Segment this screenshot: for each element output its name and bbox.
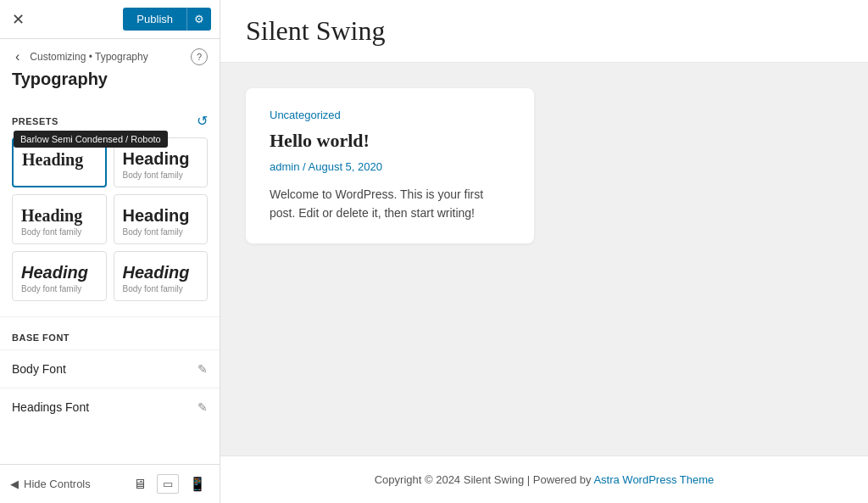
bottom-bar: ◀ Hide Controls 🖥 ▭ 📱 <box>0 464 220 503</box>
publish-button[interactable]: Publish <box>123 8 186 31</box>
left-panel: ✕ Publish ⚙ ‹ Customizing • Typography ?… <box>0 0 220 503</box>
preview-footer: Copyright © 2024 Silent Swing | Powered … <box>220 455 868 503</box>
preset-heading-6: Heading <box>123 262 199 282</box>
desktop-view-button[interactable]: 🖥 <box>130 474 150 494</box>
preset-sub-3: Body font family <box>21 227 97 237</box>
card-title: Hello world! <box>270 130 510 152</box>
preset-heading-2: Heading <box>123 148 199 169</box>
preset-heading-1: Heading <box>22 149 97 170</box>
presets-label: Presets <box>12 116 58 126</box>
tablet-view-button[interactable]: ▭ <box>157 474 179 494</box>
preview-card: Uncategorized Hello world! admin / Augus… <box>246 88 534 243</box>
preset-sub-4: Body font family <box>123 227 199 237</box>
page-title: Typography <box>0 66 220 101</box>
presets-grid: Barlow Semi Condensed / Roboto Heading H… <box>0 137 220 313</box>
headings-font-label: Headings Font <box>12 400 89 414</box>
back-button[interactable]: ‹ <box>12 48 23 66</box>
site-title: Silent Swing <box>246 15 843 47</box>
base-font-header: BASE FONT <box>0 321 220 349</box>
footer-link[interactable]: Astra WordPress Theme <box>593 473 714 486</box>
card-meta: admin / August 5, 2020 <box>270 160 510 173</box>
top-bar: ✕ Publish ⚙ <box>0 0 220 39</box>
preset-card-5[interactable]: Heading Body font family <box>12 251 107 301</box>
headings-font-row[interactable]: Headings Font ✎ <box>0 388 220 426</box>
hide-controls-button[interactable]: ◀ Hide Controls <box>10 478 91 490</box>
right-panel: Silent Swing Uncategorized Hello world! … <box>220 0 868 503</box>
breadcrumb-bar: ‹ Customizing • Typography ? <box>0 39 220 66</box>
breadcrumb-text: Customizing • Typography <box>30 51 184 63</box>
body-font-edit-icon: ✎ <box>198 362 208 376</box>
card-category[interactable]: Uncategorized <box>270 109 510 121</box>
preset-sub-5: Body font family <box>21 284 97 293</box>
section-divider <box>0 316 220 317</box>
close-button[interactable]: ✕ <box>8 7 28 32</box>
publish-settings-button[interactable]: ⚙ <box>186 8 211 31</box>
preset-card-1[interactable]: Barlow Semi Condensed / Roboto Heading <box>12 137 107 187</box>
view-buttons: 🖥 ▭ 📱 <box>130 474 209 494</box>
presets-header: Presets ↺ <box>0 101 220 137</box>
preset-heading-4: Heading <box>123 205 199 226</box>
body-font-label: Body Font <box>12 362 66 376</box>
body-font-row[interactable]: Body Font ✎ <box>0 349 220 388</box>
preset-heading-3: Heading <box>21 205 97 226</box>
preset-card-3[interactable]: Heading Body font family <box>12 194 107 244</box>
panel-scroll: Presets ↺ Barlow Semi Condensed / Roboto… <box>0 101 220 464</box>
preset-card-2[interactable]: Heading Body font family <box>114 137 209 187</box>
presets-reset-button[interactable]: ↺ <box>197 113 208 129</box>
footer-text: Copyright © 2024 Silent Swing | Powered … <box>375 473 594 486</box>
hide-controls-label: Hide Controls <box>24 478 91 490</box>
card-body: Welcome to WordPress. This is your first… <box>270 185 510 223</box>
help-button[interactable]: ? <box>191 48 208 65</box>
preset-card-4[interactable]: Heading Body font family <box>114 194 209 244</box>
publish-group: Publish ⚙ <box>123 8 211 31</box>
mobile-view-button[interactable]: 📱 <box>186 474 209 494</box>
hide-controls-arrow-icon: ◀ <box>10 478 19 490</box>
preset-sub-6: Body font family <box>123 284 199 293</box>
headings-font-edit-icon: ✎ <box>198 400 208 414</box>
preview-header: Silent Swing <box>220 0 868 63</box>
preset-heading-5: Heading <box>21 262 97 282</box>
preview-content: Uncategorized Hello world! admin / Augus… <box>220 63 868 455</box>
preset-sub-2: Body font family <box>123 170 199 180</box>
preset-card-6[interactable]: Heading Body font family <box>114 251 209 301</box>
